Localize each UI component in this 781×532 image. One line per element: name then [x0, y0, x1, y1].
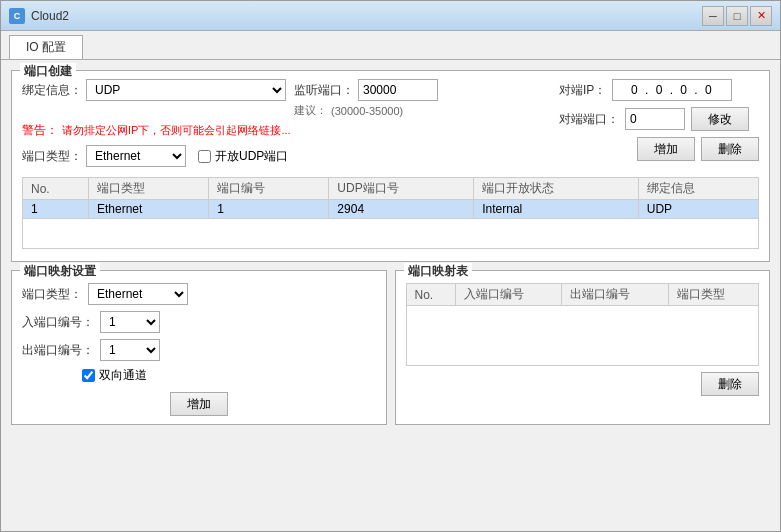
udp-open-checkbox-row: 开放UDP端口: [198, 148, 288, 165]
port-type-label: 端口类型：: [22, 148, 82, 165]
port-table: No. 端口类型 端口编号 UDP端口号 端口开放状态 绑定信息 1 Ether…: [22, 177, 759, 249]
map-col-type: 端口类型: [669, 284, 759, 306]
cell-status: Internal: [474, 200, 639, 219]
suggest-range: (30000-35000): [331, 105, 403, 117]
maximize-button[interactable]: □: [726, 6, 748, 26]
listen-port-input[interactable]: [358, 79, 438, 101]
cell-no: 1: [23, 200, 89, 219]
udp-open-label: 开放UDP端口: [215, 148, 288, 165]
port-table-area: No. 端口类型 端口编号 UDP端口号 端口开放状态 绑定信息 1 Ether…: [22, 173, 759, 253]
out-port-select[interactable]: 1: [100, 339, 160, 361]
port-create-group: 端口创建 绑定信息： UDP 监听端口：: [11, 70, 770, 262]
port-add-button[interactable]: 增加: [637, 137, 695, 161]
port-type-select[interactable]: Ethernet: [86, 145, 186, 167]
main-window: C Cloud2 ─ □ ✕ IO 配置 端口创建 绑定信息：: [0, 0, 781, 532]
mapping-table: No. 入端口编号 出端口编号 端口类型: [406, 283, 760, 366]
col-type: 端口类型: [88, 178, 208, 200]
port-mapping-table-title: 端口映射表: [404, 263, 472, 280]
map-col-in: 入端口编号: [455, 284, 562, 306]
map-col-no: No.: [406, 284, 455, 306]
table-row[interactable]: 1 Ethernet 1 2904 Internal UDP: [23, 200, 759, 219]
peer-port-input[interactable]: [625, 108, 685, 130]
out-port-row: 出端口编号： 1: [22, 339, 376, 361]
window-title: Cloud2: [31, 9, 69, 23]
mapping-add-button[interactable]: 增加: [170, 392, 228, 416]
port-mapping-table-group: 端口映射表 No. 入端口编号 出端口编号 端口类型: [395, 270, 771, 425]
cell-udp-port: 2904: [329, 200, 474, 219]
bidirect-label: 双向通道: [99, 367, 147, 384]
peer-port-label: 对端端口：: [559, 111, 619, 128]
col-udp-port: UDP端口号: [329, 178, 474, 200]
cell-type: Ethernet: [88, 200, 208, 219]
peer-ip-input[interactable]: [612, 79, 732, 101]
mapping-port-type-select[interactable]: Ethernet: [88, 283, 188, 305]
listen-label: 监听端口：: [294, 82, 354, 99]
peer-ip-label: 对端IP：: [559, 82, 606, 99]
port-mapping-group: 端口映射设置 端口类型： Ethernet 入端口编号： 1: [11, 270, 387, 425]
bidirect-checkbox[interactable]: [82, 369, 95, 382]
out-port-label: 出端口编号：: [22, 342, 94, 359]
mapping-port-type-label: 端口类型：: [22, 286, 82, 303]
title-bar: C Cloud2 ─ □ ✕: [1, 1, 780, 31]
in-port-row: 入端口编号： 1: [22, 311, 376, 333]
cell-bind-info: UDP: [638, 200, 758, 219]
mapping-port-type-row: 端口类型： Ethernet: [22, 283, 376, 305]
in-port-label: 入端口编号：: [22, 314, 94, 331]
col-status: 端口开放状态: [474, 178, 639, 200]
app-icon: C: [9, 8, 25, 24]
udp-open-checkbox[interactable]: [198, 150, 211, 163]
mapping-delete-button[interactable]: 删除: [701, 372, 759, 396]
table-row-empty: [23, 219, 759, 249]
col-bind-info: 绑定信息: [638, 178, 758, 200]
col-port-no: 端口编号: [209, 178, 329, 200]
title-buttons: ─ □ ✕: [702, 6, 772, 26]
port-delete-button[interactable]: 删除: [701, 137, 759, 161]
tab-io-config[interactable]: IO 配置: [9, 35, 83, 59]
cell-port-no: 1: [209, 200, 329, 219]
modify-button[interactable]: 修改: [691, 107, 749, 131]
suggest-label: 建议：: [294, 103, 327, 118]
window-content: 端口创建 绑定信息： UDP 监听端口：: [1, 60, 780, 531]
title-bar-left: C Cloud2: [9, 8, 69, 24]
warning-text: 请勿排定公网IP下，否则可能会引起网络链接...: [62, 123, 291, 138]
in-port-select[interactable]: 1: [100, 311, 160, 333]
map-col-out: 出端口编号: [562, 284, 669, 306]
col-no: No.: [23, 178, 89, 200]
mapping-table-row-empty: [406, 306, 759, 366]
port-mapping-title: 端口映射设置: [20, 263, 100, 280]
bottom-section: 端口映射设置 端口类型： Ethernet 入端口编号： 1: [11, 270, 770, 425]
bind-select[interactable]: UDP: [86, 79, 286, 101]
minimize-button[interactable]: ─: [702, 6, 724, 26]
bind-label: 绑定信息：: [22, 82, 82, 99]
warning-label: 警告：: [22, 122, 58, 139]
port-create-title: 端口创建: [20, 63, 76, 80]
tab-bar: IO 配置: [1, 31, 780, 60]
close-button[interactable]: ✕: [750, 6, 772, 26]
